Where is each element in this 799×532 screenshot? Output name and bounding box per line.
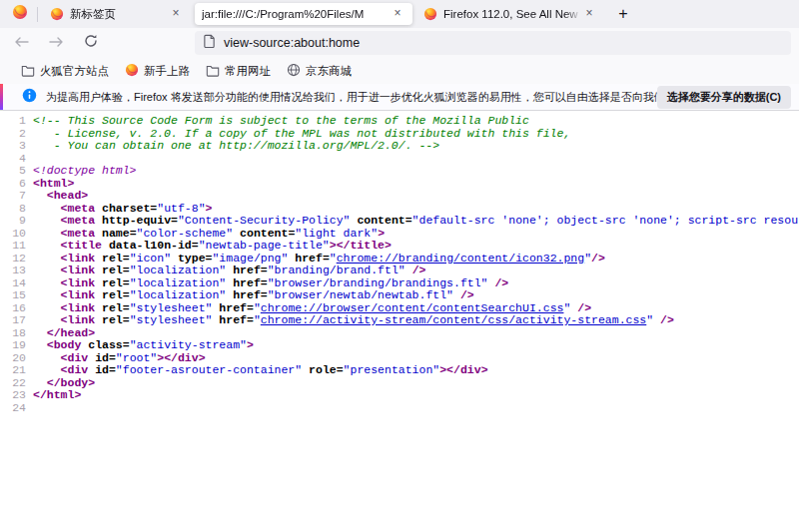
source-link[interactable]: chrome://branding/content/icon32.png [337, 252, 584, 265]
reload-button[interactable] [77, 30, 105, 56]
source-line: 23</html> [0, 389, 799, 402]
close-tab-icon[interactable]: × [581, 6, 597, 22]
globe-icon [287, 63, 306, 79]
bookmark-label: 京东商城 [306, 64, 352, 79]
source-line: 21 <div id="footer-asrouter-container" r… [0, 364, 799, 377]
infobar-accent-stripe [0, 84, 3, 110]
tab-jar-file-active[interactable]: jar:file:///C:/Program%20Files/M × [195, 3, 412, 25]
tab-label: Firefox 112.0, See All New Fea [443, 8, 581, 20]
firefox-icon [125, 63, 144, 79]
bookmark-jd-mall[interactable]: 京东商城 [280, 61, 359, 81]
line-number: 21 [0, 364, 26, 377]
bookmark-label: 火狐官方站点 [40, 64, 109, 79]
tab-separator [37, 7, 38, 22]
source-code: 1<!-- This Source Code Form is subject t… [0, 111, 799, 531]
folder-icon [21, 64, 40, 79]
tab-bar: 新标签页 × jar:file:///C:/Program%20Files/M … [0, 0, 799, 28]
browser-window: 新标签页 × jar:file:///C:/Program%20Files/M … [0, 0, 799, 532]
line-number: 3 [0, 140, 26, 153]
line-number: 19 [0, 339, 26, 352]
info-icon [22, 88, 37, 107]
tab-label: 新标签页 [70, 7, 168, 22]
line-number: 23 [0, 389, 26, 402]
bookmarks-toolbar: 火狐官方站点 新手上路 常用网址 京东商城 [0, 58, 799, 84]
bookmark-label: 常用网址 [225, 64, 271, 79]
reload-icon [84, 34, 98, 52]
url-bar[interactable]: view-source:about:home [195, 31, 791, 55]
choose-shared-data-button[interactable]: 选择您要分享的数据(C) [657, 86, 791, 109]
bookmark-firefox-official[interactable]: 火狐官方站点 [14, 61, 116, 81]
firefox-view-button[interactable] [6, 2, 34, 26]
line-number: 13 [0, 265, 26, 277]
page-icon [203, 34, 216, 52]
source-line: 3 - You can obtain one at http://mozilla… [0, 140, 799, 153]
close-tab-icon[interactable]: × [390, 6, 405, 22]
back-arrow-icon [14, 34, 29, 52]
source-line: 24 [0, 402, 799, 415]
firefox-icon [50, 7, 64, 21]
bookmark-common-sites[interactable]: 常用网址 [199, 61, 278, 81]
bookmark-getting-started[interactable]: 新手上路 [118, 61, 197, 81]
source-line: 22 </body> [0, 377, 799, 390]
line-number: 11 [0, 240, 26, 253]
line-number: 7 [0, 190, 26, 203]
notification-bar: 为提高用户体验，Firefox 将发送部分功能的使用情况给我们，用于进一步优化火… [0, 84, 799, 111]
firefox-icon [12, 4, 28, 24]
folder-icon [206, 64, 225, 79]
tab-label: jar:file:///C:/Program%20Files/M [202, 8, 390, 20]
line-number: 5 [0, 165, 26, 178]
back-button[interactable] [7, 30, 35, 56]
source-line: 17 <link rel="stylesheet" href="chrome:/… [0, 314, 799, 327]
new-tab-button[interactable]: + [610, 2, 636, 26]
bookmark-label: 新手上路 [144, 64, 190, 79]
line-number: 24 [0, 402, 26, 415]
navigation-toolbar: view-source:about:home [0, 28, 799, 58]
url-text[interactable]: view-source:about:home [224, 36, 360, 50]
forward-arrow-icon [49, 34, 64, 52]
source-link[interactable]: chrome://browser/content/contentSearchUI… [261, 301, 564, 314]
line-number: 1 [0, 115, 26, 128]
firefox-icon [423, 7, 437, 21]
notification-message: 为提高用户体验，Firefox 将发送部分功能的使用情况给我们，用于进一步优化火… [46, 90, 657, 105]
source-link[interactable]: chrome://activity-stream/content/css/act… [261, 313, 646, 326]
source-line: 6<html> [0, 178, 799, 191]
tab-new-tab-page[interactable]: 新标签页 × [43, 3, 191, 25]
line-number: 9 [0, 215, 26, 228]
tab-firefox-release-notes[interactable]: Firefox 112.0, See All New Fea × [416, 3, 604, 25]
close-tab-icon[interactable]: × [168, 6, 184, 22]
line-number: 17 [0, 314, 26, 327]
forward-button[interactable] [42, 30, 70, 56]
source-line: 5<!doctype html> [0, 165, 799, 178]
line-number: 15 [0, 289, 26, 302]
